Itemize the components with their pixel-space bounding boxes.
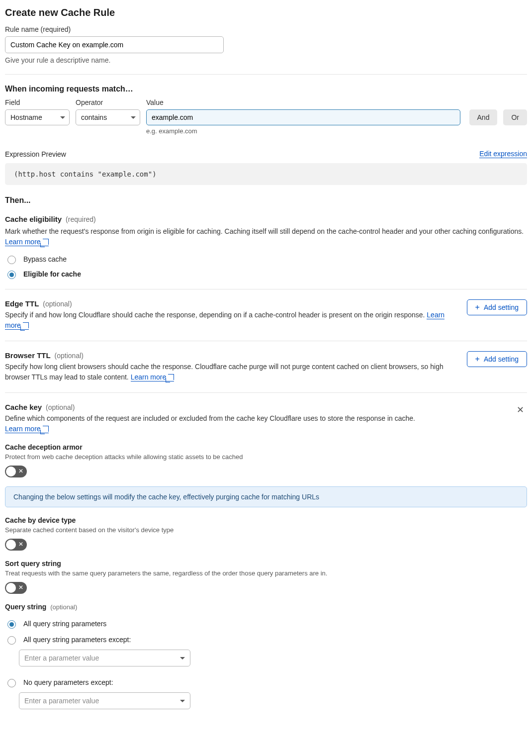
cache-key-remove-button[interactable]: ✕ — [513, 403, 527, 417]
qs-except-radio[interactable] — [7, 636, 16, 645]
then-heading: Then... — [5, 196, 527, 205]
cache-deception-title: Cache deception armor — [5, 443, 527, 451]
cache-key-info-banner: Changing the below settings will modify … — [5, 486, 527, 507]
match-heading: When incoming requests match… — [5, 85, 527, 94]
qs-title: Query string — [5, 603, 46, 611]
toggle-off-icon: ✕ — [18, 468, 23, 474]
chevron-down-icon — [131, 116, 136, 119]
qs-all-label: All query string parameters — [23, 620, 106, 628]
operator-select-value: contains — [81, 113, 107, 121]
rule-name-input[interactable] — [5, 36, 224, 53]
eligibility-learn-more-link[interactable]: Learn more — [5, 238, 49, 246]
cache-device-toggle[interactable]: ✕ — [5, 539, 27, 551]
param-placeholder: Enter a parameter value — [24, 654, 99, 662]
expression-code: (http.host contains "example.com") — [5, 163, 527, 185]
edit-expression-link[interactable]: Edit expression — [479, 150, 527, 158]
operator-label: Operator — [76, 98, 140, 106]
chevron-down-icon — [60, 116, 65, 119]
sort-qs-toggle[interactable]: ✕ — [5, 582, 27, 594]
edge-ttl-desc: Specify if and how long Cloudflare shoul… — [5, 311, 427, 319]
value-hint: e.g. example.com — [146, 127, 460, 135]
chevron-down-icon — [180, 700, 185, 702]
bypass-cache-label: Bypass cache — [23, 255, 67, 263]
external-link-icon — [43, 239, 49, 245]
eligible-cache-label: Eligible for cache — [23, 270, 81, 278]
external-link-icon — [23, 322, 29, 328]
eligibility-desc: Mark whether the request's response from… — [5, 227, 524, 235]
cache-key-title: Cache key — [5, 403, 42, 411]
qs-optional-tag: (optional) — [50, 603, 77, 611]
qs-except-input[interactable]: Enter a parameter value — [19, 650, 190, 666]
qs-none-except-label: No query parameters except: — [23, 678, 113, 686]
eligibility-required-tag: (required) — [66, 215, 96, 223]
page-title: Create new Cache Rule — [5, 7, 527, 18]
or-button[interactable]: Or — [503, 109, 527, 125]
field-label: Field — [5, 98, 70, 106]
cache-device-desc: Separate cached content based on the vis… — [5, 526, 527, 534]
qs-except-label: All query string parameters except: — [23, 636, 131, 644]
value-label: Value — [146, 98, 460, 106]
rule-name-help: Give your rule a descriptive name. — [5, 56, 527, 64]
edge-ttl-optional-tag: (optional) — [43, 300, 72, 308]
browser-ttl-optional-tag: (optional) — [55, 352, 84, 360]
qs-none-except-radio[interactable] — [7, 679, 16, 687]
value-input[interactable] — [146, 109, 460, 125]
browser-ttl-add-button[interactable]: + Add setting — [467, 351, 527, 367]
cache-key-optional-tag: (optional) — [46, 403, 75, 411]
toggle-off-icon: ✕ — [18, 584, 23, 591]
plus-icon: + — [475, 303, 480, 311]
cache-key-desc: Define which components of the request a… — [5, 414, 415, 422]
cache-deception-desc: Protect from web cache deception attacks… — [5, 453, 527, 461]
cache-deception-toggle[interactable]: ✕ — [5, 466, 27, 477]
field-select-value: Hostname — [10, 113, 42, 121]
bypass-cache-radio[interactable] — [7, 256, 16, 264]
edge-ttl-title: Edge TTL — [5, 299, 39, 308]
and-button[interactable]: And — [469, 109, 498, 125]
operator-select[interactable]: contains — [76, 109, 140, 125]
browser-ttl-desc: Specify how long client browsers should … — [5, 363, 443, 381]
browser-ttl-title: Browser TTL — [5, 351, 51, 360]
toggle-off-icon: ✕ — [18, 541, 23, 548]
external-link-icon — [168, 374, 174, 380]
divider — [5, 392, 527, 393]
divider — [5, 74, 527, 75]
eligible-cache-radio[interactable] — [7, 271, 16, 279]
edge-ttl-add-button[interactable]: + Add setting — [467, 299, 527, 315]
sort-qs-desc: Treat requests with the same query param… — [5, 569, 527, 577]
chevron-down-icon — [180, 657, 185, 660]
sort-qs-title: Sort query string — [5, 560, 527, 567]
qs-none-except-input[interactable]: Enter a parameter value — [19, 692, 190, 709]
divider — [5, 289, 527, 289]
rule-name-label: Rule name (required) — [5, 25, 527, 33]
field-select[interactable]: Hostname — [5, 109, 70, 125]
external-link-icon — [43, 426, 49, 432]
qs-all-radio[interactable] — [7, 620, 16, 629]
eligibility-title: Cache eligibility — [5, 215, 62, 223]
expression-preview-label: Expression Preview — [5, 150, 66, 158]
browser-ttl-learn-more-link[interactable]: Learn more — [131, 373, 175, 381]
cache-device-title: Cache by device type — [5, 516, 527, 524]
divider — [5, 341, 527, 341]
plus-icon: + — [475, 355, 480, 363]
cache-key-learn-more-link[interactable]: Learn more — [5, 425, 49, 433]
param-placeholder: Enter a parameter value — [24, 697, 99, 705]
